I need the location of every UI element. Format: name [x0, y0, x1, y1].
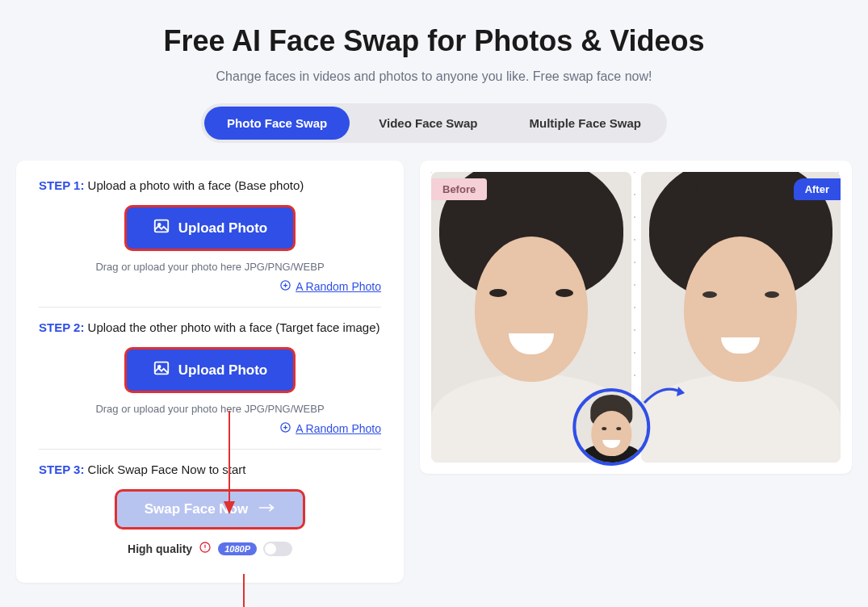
target-face-circle [572, 388, 650, 466]
swap-arrow-icon [641, 379, 690, 414]
step-1-text: Upload a photo with a face (Base photo) [84, 178, 304, 192]
page-title: Free AI Face Swap for Photos & Videos [16, 24, 852, 58]
image-icon [153, 217, 170, 239]
tabs-container: Photo Face Swap Video Face Swap Multiple… [16, 103, 852, 143]
tab-video-face-swap[interactable]: Video Face Swap [356, 107, 500, 140]
tab-photo-face-swap[interactable]: Photo Face Swap [204, 107, 350, 140]
random-photo-link-step2[interactable]: A Random Photo [296, 422, 381, 435]
page-subtitle: Change faces in videos and photos to any… [16, 69, 852, 84]
step-3-header: STEP 3: Click Swap Face Now to start [39, 463, 381, 476]
preview-panel: Before After [420, 161, 852, 474]
upload-photo-step2-label: Upload Photo [178, 362, 267, 379]
step-3-label: STEP 3: [39, 463, 84, 476]
preview-after-image: After [641, 172, 841, 463]
step-3-block: STEP 3: Click Swap Face Now to start Swa… [39, 463, 381, 570]
upload-photo-step1-label: Upload Photo [178, 220, 267, 237]
random-photo-link-step1[interactable]: A Random Photo [296, 280, 381, 293]
image-icon [153, 359, 170, 381]
after-badge: After [794, 178, 841, 200]
high-quality-toggle[interactable] [263, 542, 292, 556]
step-1-block: STEP 1: Upload a photo with a face (Base… [39, 178, 381, 308]
tabs: Photo Face Swap Video Face Swap Multiple… [201, 103, 667, 143]
step-2-label: STEP 2: [39, 320, 84, 334]
step-1-label: STEP 1: [39, 178, 84, 192]
step-1-hint: Drag or upload your photo here JPG/PNG/W… [39, 261, 381, 273]
step-2-header: STEP 2: Upload the other photo with a fa… [39, 320, 381, 334]
step-2-text: Upload the other photo with a face (Targ… [84, 320, 379, 334]
annotation-arrow-1 [222, 411, 237, 519]
step-2-hint: Drag or upload your photo here JPG/PNG/W… [39, 403, 381, 415]
high-quality-label: High quality [128, 542, 192, 555]
upload-photo-step2-button[interactable]: Upload Photo [124, 347, 296, 393]
step-1-header: STEP 1: Upload a photo with a face (Base… [39, 178, 381, 192]
after-face-illustration [641, 172, 841, 463]
before-badge: Before [431, 178, 487, 200]
steps-panel: STEP 1: Upload a photo with a face (Base… [16, 161, 404, 583]
warning-icon [199, 541, 212, 557]
plus-circle-icon [279, 279, 291, 294]
arrow-right-icon [259, 501, 275, 517]
annotation-arrow-2 [237, 574, 251, 607]
tab-multiple-face-swap[interactable]: Multiple Face Swap [507, 107, 664, 140]
step-2-block: STEP 2: Upload the other photo with a fa… [39, 320, 381, 450]
quality-row: High quality 1080P [39, 541, 381, 557]
upload-photo-step1-button[interactable]: Upload Photo [124, 205, 296, 251]
toggle-thumb [265, 543, 276, 555]
plus-circle-icon [279, 421, 291, 436]
swap-face-now-button[interactable]: Swap Face Now [115, 489, 305, 530]
badge-1080p: 1080P [218, 542, 257, 555]
